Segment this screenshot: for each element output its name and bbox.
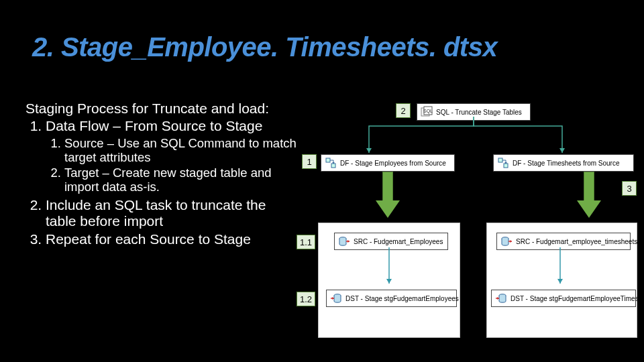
task-label: SQL - Truncate Stage Tables xyxy=(436,109,522,116)
task-label: DST - Stage stgFudgemartEmployeeTimeshee… xyxy=(511,295,644,302)
intro-text: Staging Process for Truncate and load: xyxy=(25,101,297,117)
task-dst-employees: DST - Stage stgFudgemartEmployees xyxy=(326,290,457,307)
db-source-icon xyxy=(338,235,350,247)
svg-marker-12 xyxy=(347,240,350,243)
svg-marker-20 xyxy=(557,279,563,284)
step-3: Repeat for each Source to Stage xyxy=(46,231,297,248)
task-label: SRC - Fudgemart_Employees xyxy=(354,238,443,245)
step-1-2: Target – Create new staged table and imp… xyxy=(64,166,297,194)
task-label: DST - Stage stgFudgemartEmployees xyxy=(345,295,459,302)
slide-title: 2. Stage_Employee. Timesheets. dtsx xyxy=(32,32,497,62)
task-df-employees: DF - Stage Employees from Source xyxy=(321,154,455,172)
db-dest-icon xyxy=(495,292,507,304)
svg-marker-14 xyxy=(386,279,392,284)
callout-3: 3 xyxy=(622,181,637,196)
callout-2: 2 xyxy=(396,103,411,118)
svg-marker-4 xyxy=(559,148,565,153)
connector-line xyxy=(553,247,567,289)
dataflow-icon xyxy=(325,157,337,169)
task-dst-timesheets: DST - Stage stgFudgemartEmployeeTimeshee… xyxy=(491,290,636,307)
db-source-icon xyxy=(500,235,513,247)
slide: 2. Stage_Employee. Timesheets. dtsx Stag… xyxy=(0,0,644,362)
step-1-text: Data Flow – From Source to Stage xyxy=(46,118,262,133)
ssis-diagram: SQL SQL - Truncate Stage Tables DF - Sta… xyxy=(309,102,641,357)
task-label: DF - Stage Timesheets from Source xyxy=(513,160,620,167)
svg-marker-3 xyxy=(366,148,372,153)
task-label: DF - Stage Employees from Source xyxy=(340,160,446,167)
body-text: Staging Process for Truncate and load: D… xyxy=(25,101,297,249)
arrow-down-icon xyxy=(577,172,601,219)
callout-1-2: 1.2 xyxy=(297,292,315,306)
step-1-1: Source – Use an SQL Command to match tar… xyxy=(64,136,297,165)
connector-line xyxy=(382,247,396,289)
callout-1: 1 xyxy=(302,154,317,169)
step-1: Data Flow – From Source to Stage Source … xyxy=(46,118,297,194)
task-df-timesheets: DF - Stage Timesheets from Source xyxy=(493,154,634,172)
step-2: Include an SQL task to truncate the tabl… xyxy=(46,197,297,231)
arrow-down-icon xyxy=(376,172,400,219)
svg-rect-9 xyxy=(504,164,508,168)
svg-marker-18 xyxy=(510,240,512,243)
connector-lines xyxy=(349,117,523,157)
svg-rect-8 xyxy=(498,158,502,162)
callout-1-1: 1.1 xyxy=(297,235,315,249)
steps-list: Data Flow – From Source to Stage Source … xyxy=(25,118,297,248)
svg-rect-6 xyxy=(331,164,335,168)
svg-text:SQL: SQL xyxy=(423,109,433,114)
svg-rect-5 xyxy=(326,158,330,162)
db-dest-icon xyxy=(330,292,342,304)
dataflow-icon xyxy=(497,157,509,169)
task-label: SRC - Fudgemart_employee_timesheets xyxy=(516,238,637,245)
substeps-list: Source – Use an SQL Command to match tar… xyxy=(46,136,297,194)
